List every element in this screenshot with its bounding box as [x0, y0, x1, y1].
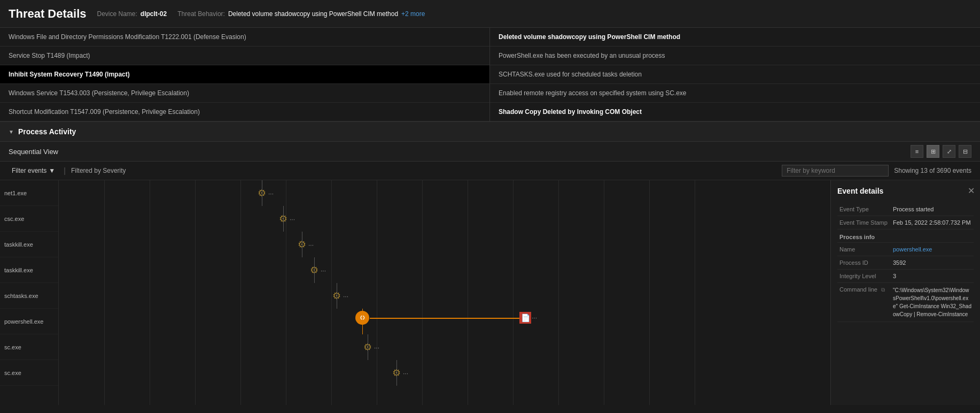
- process-row-6[interactable]: sc.exe: [0, 334, 58, 360]
- process-row-3[interactable]: taskkill.exe: [0, 257, 58, 283]
- grid-line-0: [104, 180, 105, 405]
- event-time-label: Event Time Stamp: [837, 216, 891, 230]
- filter-events-btn[interactable]: Filter events ▼: [9, 166, 58, 175]
- page-title: Threat Details: [9, 7, 87, 21]
- panel-title: Event details: [837, 187, 974, 195]
- process-list: net1.execsc.exetaskkill.exetaskkill.exes…: [0, 180, 59, 405]
- stem-sc2: [396, 360, 397, 386]
- process-row-1[interactable]: csc.exe: [0, 206, 58, 232]
- grid-line-2: [195, 180, 196, 405]
- copy-icon[interactable]: ⧉: [881, 287, 885, 293]
- view-icons: ≡ ⊞ ⤢ ⊟: [911, 145, 971, 158]
- stem-taskkill2: [314, 257, 315, 283]
- threat-item-1[interactable]: Service Stop T1489 (Impact): [0, 47, 489, 65]
- process-id-label: Process ID: [837, 256, 891, 270]
- grid-line-11: [604, 180, 604, 405]
- close-btn[interactable]: ✕: [968, 186, 975, 196]
- filter-keyword-input[interactable]: [782, 165, 889, 177]
- integrity-label: Integrity Level: [837, 270, 891, 283]
- behavior-list: Deleted volume shadowcopy using PowerShe…: [490, 28, 980, 121]
- filtered-by-label: Filtered by Severity: [71, 167, 126, 174]
- name-row: Name powershell.exe: [837, 243, 974, 256]
- detail-table: Event Type Process started Event Time St…: [837, 203, 974, 322]
- event-type-row: Event Type Process started: [837, 203, 974, 216]
- process-info-header: Process info: [837, 230, 974, 243]
- behavior-item-2[interactable]: SCHTASKS.exe used for scheduled tasks de…: [490, 65, 980, 84]
- sequential-view-title: Sequential View: [9, 148, 58, 156]
- grid-line-13: [695, 180, 695, 405]
- stem-csc: [283, 206, 284, 232]
- process-row-5[interactable]: powershell.exe: [0, 309, 58, 334]
- grid-view-btn[interactable]: ⊞: [927, 145, 939, 158]
- integrity-row: Integrity Level 3: [837, 270, 974, 283]
- behavior-field: Threat Behavior: Deleted volume shadowco…: [177, 10, 425, 18]
- process-row-2[interactable]: taskkill.exe: [0, 232, 58, 257]
- collapse-icon[interactable]: ▼: [9, 129, 14, 135]
- filter-label: Filter events: [12, 167, 46, 174]
- behavior-item-0[interactable]: Deleted volume shadowcopy using PowerShe…: [490, 28, 980, 47]
- expand-view-btn[interactable]: ⤢: [943, 145, 955, 158]
- process-activity-title: Process Activity: [18, 127, 76, 136]
- event-type-label: Event Type: [837, 203, 891, 216]
- stem-powershell: [362, 309, 363, 334]
- command-label: Command line ⧉: [837, 283, 891, 322]
- grid-line-6: [377, 180, 377, 405]
- grid-line-12: [649, 180, 650, 405]
- device-value: dlpclt-02: [141, 10, 167, 18]
- command-value: "C:\Windows\System32\WindowsPowerShell\v…: [891, 283, 974, 322]
- grid-line-1: [150, 180, 150, 405]
- taskkill1-ellipsis[interactable]: ···: [308, 241, 314, 249]
- event-time-row: Event Time Stamp Feb 15, 2022 2:58:07.73…: [837, 216, 974, 230]
- net1-ellipsis[interactable]: ···: [268, 190, 274, 197]
- stem-net1: [262, 180, 262, 206]
- grid-line-10: [558, 180, 559, 405]
- stem-schtasks: [337, 283, 337, 309]
- taskkill2-ellipsis[interactable]: ···: [321, 267, 326, 274]
- sc1-ellipsis[interactable]: ···: [374, 344, 379, 351]
- behavior-item-1[interactable]: PowerShell.exe has been executed by an u…: [490, 47, 980, 65]
- stem-sc1: [368, 334, 368, 360]
- csc-ellipsis[interactable]: ···: [290, 216, 295, 223]
- filter-divider: |: [64, 166, 66, 175]
- name-value[interactable]: powershell.exe: [891, 243, 974, 256]
- threat-item-2[interactable]: Inhibit System Recovery T1490 (Impact): [0, 65, 489, 84]
- name-label: Name: [837, 243, 891, 256]
- process-activity-header[interactable]: ▼ Process Activity: [0, 122, 980, 142]
- filter-bar: Filter events ▼ | Filtered by Severity S…: [0, 162, 980, 180]
- grid-line-7: [422, 180, 423, 405]
- list-view-btn[interactable]: ≡: [911, 145, 923, 158]
- stem-taskkill1: [302, 232, 302, 257]
- process-row-7[interactable]: sc.exe: [0, 360, 58, 386]
- event-details-panel: ✕ Event details Event Type Process start…: [830, 180, 980, 405]
- command-row: Command line ⧉ "C:\Windows\System32\Wind…: [837, 283, 974, 322]
- grid-lines: [59, 180, 830, 405]
- compact-view-btn[interactable]: ⊟: [959, 145, 971, 158]
- behavior-more[interactable]: +2 more: [401, 10, 425, 18]
- device-label: Device Name:: [97, 10, 137, 18]
- threat-item-4[interactable]: Shortcut Modification T1547.009 (Persist…: [0, 103, 489, 121]
- app-header: Threat Details Device Name: dlpclt-02 Th…: [0, 0, 980, 28]
- file-ellipsis[interactable]: ···: [532, 314, 537, 322]
- timeline-area: net1.execsc.exetaskkill.exetaskkill.exes…: [0, 180, 980, 405]
- file-node[interactable]: 📄: [519, 312, 531, 324]
- top-section: Windows File and Directory Permissions M…: [0, 28, 980, 122]
- sc2-ellipsis[interactable]: ···: [403, 370, 408, 377]
- process-id-row: Process ID 3592: [837, 256, 974, 270]
- threat-item-0[interactable]: Windows File and Directory Permissions M…: [0, 28, 489, 47]
- threat-list: Windows File and Directory Permissions M…: [0, 28, 490, 121]
- behavior-item-4[interactable]: Shadow Copy Deleted by Invoking COM Obje…: [490, 103, 980, 121]
- filter-arrow-icon: ▼: [49, 167, 55, 174]
- showing-label: Showing 13 of 3690 events: [894, 167, 971, 174]
- device-name-field: Device Name: dlpclt-02: [97, 10, 167, 18]
- process-row-0[interactable]: net1.exe: [0, 180, 58, 206]
- behavior-label: Threat Behavior:: [177, 10, 225, 18]
- process-id-value: 3592: [891, 256, 974, 270]
- schtasks-ellipsis[interactable]: ···: [343, 293, 348, 300]
- grid-line-9: [513, 180, 514, 405]
- threat-item-3[interactable]: Windows Service T1543.003 (Persistence, …: [0, 84, 489, 103]
- grid-line-3: [240, 180, 241, 405]
- process-row-4[interactable]: schtasks.exe: [0, 283, 58, 309]
- event-time-value: Feb 15, 2022 2:58:07.732 PM: [891, 216, 974, 230]
- timeline-canvas[interactable]: ⚙ ··· ⚙ ··· ⚙ ··· ⚙ ··· ⚙ ··· ⚙ 📄: [59, 180, 830, 405]
- behavior-item-3[interactable]: Enabled remote registry access on specif…: [490, 84, 980, 103]
